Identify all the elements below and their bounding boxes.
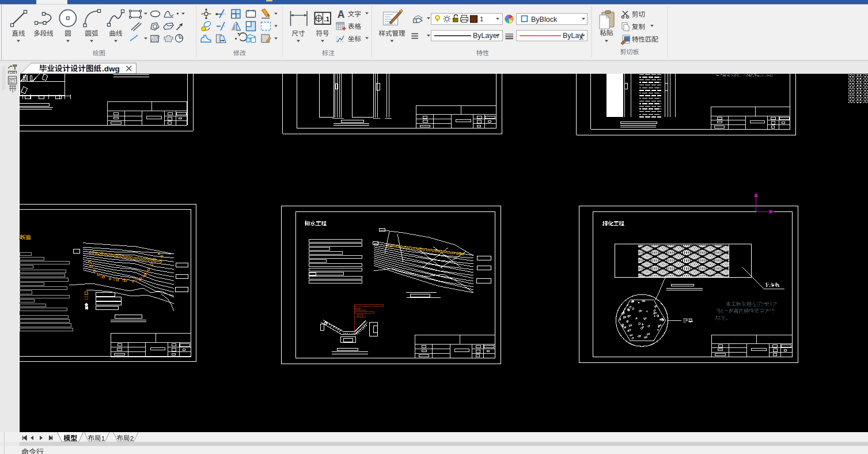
svg-text:.dwg: .dwg — [102, 65, 120, 73]
svg-text:A: A — [338, 9, 345, 20]
svg-text:2: 2 — [130, 435, 134, 442]
svg-text:ByLayer: ByLayer — [473, 32, 499, 40]
svg-text:ByLay: ByLay — [563, 32, 583, 40]
svg-text:1: 1 — [101, 435, 105, 442]
svg-text:1: 1 — [480, 16, 483, 22]
svg-text:.1: .1 — [324, 16, 329, 22]
svg-text:ByBlock: ByBlock — [531, 16, 558, 24]
svg-text:CAD: CAD — [10, 71, 16, 74]
